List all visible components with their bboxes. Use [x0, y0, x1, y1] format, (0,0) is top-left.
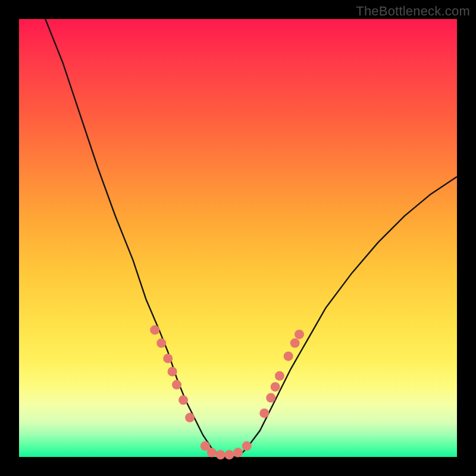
data-point: [259, 408, 269, 418]
data-point: [284, 352, 293, 361]
data-point: [163, 353, 173, 363]
data-point: [224, 450, 234, 459]
data-point: [233, 448, 243, 458]
bottleneck-curve: [45, 19, 457, 457]
data-point: [185, 413, 195, 422]
data-point: [271, 382, 280, 392]
data-point: [150, 325, 159, 335]
data-point: [178, 395, 188, 405]
plot-area: [19, 19, 457, 457]
data-point: [290, 339, 300, 348]
data-point: [216, 450, 226, 459]
chart-frame: TheBottleneck.com: [0, 0, 476, 476]
data-point: [242, 441, 252, 451]
curve-svg: [19, 19, 457, 457]
data-point: [168, 367, 177, 377]
watermark-label: TheBottleneck.com: [356, 4, 470, 19]
data-point: [207, 448, 217, 458]
data-point: [275, 371, 284, 381]
data-points: [150, 325, 304, 460]
data-point: [295, 330, 304, 339]
data-point: [156, 339, 166, 348]
data-point: [172, 380, 181, 390]
data-point: [266, 393, 275, 403]
